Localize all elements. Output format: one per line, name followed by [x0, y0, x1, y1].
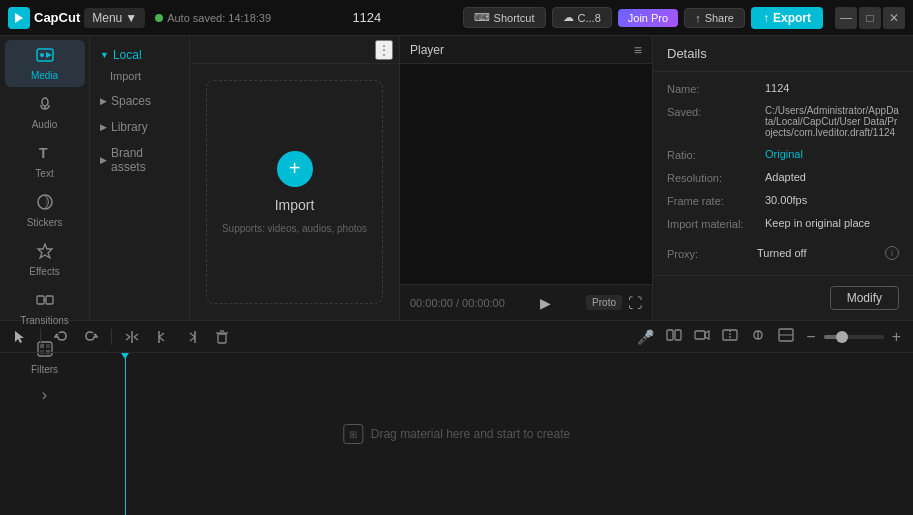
toolbar-item-audio[interactable]: Audio	[5, 89, 85, 136]
video-track-button[interactable]	[690, 326, 714, 347]
shortcut-button[interactable]: ⌨ Shortcut	[463, 7, 546, 28]
media-panel: ⋮ + Import Supports: videos, audios, pho…	[190, 36, 400, 320]
detail-value-ratio[interactable]: Original	[765, 148, 899, 160]
split2-button[interactable]	[718, 326, 742, 347]
detail-value-proxy: Turned off	[757, 247, 885, 259]
sidebar-local-label: Local	[113, 48, 142, 62]
svg-marker-37	[705, 331, 709, 339]
proxy-info-icon[interactable]: i	[885, 246, 899, 260]
toolbar-item-effects[interactable]: Effects	[5, 236, 85, 283]
details-panel: Details Name: 1124 Saved: C:/Users/Admin…	[653, 36, 913, 320]
audio-label: Audio	[32, 119, 58, 130]
media-icon	[36, 46, 54, 67]
library-arrow: ▶	[100, 122, 107, 132]
svg-marker-0	[15, 13, 23, 23]
detail-value-framerate: 30.00fps	[765, 194, 899, 206]
player-menu-icon[interactable]: ≡	[634, 42, 642, 58]
separator-2	[111, 329, 112, 345]
playhead	[125, 353, 126, 515]
menu-button[interactable]: Menu ▼	[84, 8, 145, 28]
local-arrow: ▼	[100, 50, 109, 60]
svg-marker-17	[15, 331, 24, 343]
svg-rect-34	[667, 330, 673, 340]
svg-marker-8	[38, 244, 52, 258]
import-plus-button[interactable]: +	[277, 151, 313, 187]
import-area[interactable]: + Import Supports: videos, audios, photo…	[206, 80, 383, 304]
trim-start-button[interactable]	[150, 325, 174, 349]
modify-button[interactable]: Modify	[830, 286, 899, 310]
svg-marker-3	[46, 52, 52, 58]
share-button[interactable]: ↑ Share	[684, 8, 745, 28]
detail-label-resolution: Resolution:	[667, 171, 757, 184]
link-button[interactable]	[746, 326, 770, 347]
audio-icon	[36, 95, 54, 116]
details-title: Details	[667, 46, 707, 61]
player-section: Player ≡ 00:00:00 / 00:00:00 ▶ Proto ⛶	[400, 36, 653, 320]
detail-label-ratio: Ratio:	[667, 148, 757, 161]
panel-more-button[interactable]: ⋮	[375, 40, 393, 60]
transitions-icon	[36, 291, 54, 312]
play-button[interactable]: ▶	[540, 295, 551, 311]
toolbar-item-stickers[interactable]: Stickers	[5, 187, 85, 234]
close-button[interactable]: ✕	[883, 7, 905, 29]
top-right-controls: ⌨ Shortcut ☁ C...8 Join Pro ↑ Share ↑ Ex…	[463, 7, 905, 29]
detail-row-saved: Saved: C:/Users/Administrator/AppData/Lo…	[667, 105, 899, 138]
sidebar-import[interactable]: Import	[90, 66, 189, 86]
effects-label: Effects	[29, 266, 59, 277]
svg-line-24	[134, 337, 138, 340]
toolbar-item-media[interactable]: Media	[5, 40, 85, 87]
sidebar-spaces[interactable]: ▶ Spaces	[90, 90, 189, 112]
layout-button[interactable]	[774, 326, 798, 347]
detail-label-name: Name:	[667, 82, 757, 95]
sidebar-brand-assets[interactable]: ▶ Brand assets	[90, 142, 189, 178]
detail-label-import-material: Import material:	[667, 217, 757, 230]
mic-button[interactable]: 🎤	[633, 327, 658, 347]
zoom-in-button[interactable]: +	[888, 326, 905, 348]
detail-row-ratio: Ratio: Original	[667, 148, 899, 161]
media-label: Media	[31, 70, 58, 81]
minimize-button[interactable]: —	[835, 7, 857, 29]
maximize-button[interactable]: □	[859, 7, 881, 29]
text-label: Text	[35, 168, 53, 179]
detail-row-resolution: Resolution: Adapted	[667, 171, 899, 184]
logo: CapCut	[8, 7, 80, 29]
svg-point-2	[40, 53, 44, 57]
time-display: 00:00:00 / 00:00:00	[410, 297, 505, 309]
details-body: Name: 1124 Saved: C:/Users/Administrator…	[653, 72, 913, 275]
detail-row-proxy: Proxy: Turned off i	[667, 246, 899, 260]
main-top: Media Audio T Text Stickers Effects	[0, 36, 913, 320]
redo-button[interactable]	[79, 325, 103, 349]
sidebar-local[interactable]: ▼ Local	[90, 44, 189, 66]
fullscreen-button[interactable]: ⛶	[628, 295, 642, 311]
audio-track-button[interactable]	[662, 326, 686, 347]
zoom-out-button[interactable]: −	[802, 326, 819, 348]
sidebar-library[interactable]: ▶ Library	[90, 116, 189, 138]
export-button[interactable]: ↑ Export	[751, 7, 823, 29]
svg-line-21	[126, 334, 130, 337]
ratio-button[interactable]: Proto	[586, 295, 622, 310]
undo-button[interactable]	[49, 325, 73, 349]
text-icon: T	[36, 144, 54, 165]
join-pro-button[interactable]: Join Pro	[618, 9, 678, 27]
cloud-button[interactable]: ☁ C...8	[552, 7, 612, 28]
player-area	[400, 64, 652, 284]
import-label: Import	[275, 197, 315, 213]
svg-rect-36	[695, 331, 705, 339]
detail-row-import-material: Import material: Keep in original place	[667, 217, 899, 230]
split-button[interactable]	[120, 325, 144, 349]
svg-rect-9	[37, 296, 44, 304]
detail-row-framerate: Frame rate: 30.00fps	[667, 194, 899, 207]
save-dot	[155, 14, 163, 22]
import-supports: Supports: videos, audios, photos	[222, 223, 367, 234]
delete-button[interactable]	[210, 325, 234, 349]
svg-line-22	[126, 337, 130, 340]
timeline-toolbar: 🎤 − +	[0, 321, 913, 353]
select-tool-button[interactable]	[8, 325, 32, 349]
drop-icon: ⊞	[343, 424, 363, 444]
player-title: Player	[410, 43, 444, 57]
detail-value-saved: C:/Users/Administrator/AppData/Local/Cap…	[765, 105, 899, 138]
toolbar-item-text[interactable]: T Text	[5, 138, 85, 185]
trim-end-button[interactable]	[180, 325, 204, 349]
zoom-slider[interactable]	[824, 335, 884, 339]
svg-rect-31	[218, 334, 226, 343]
